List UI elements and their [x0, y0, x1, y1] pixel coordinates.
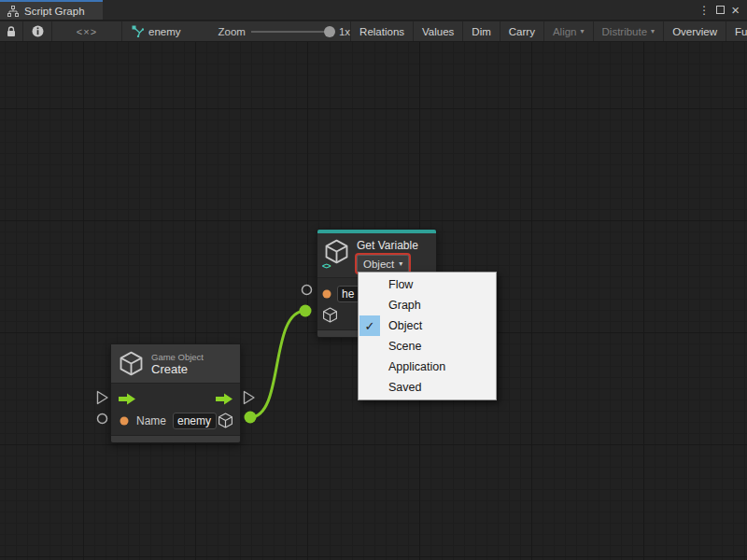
relations-button[interactable]: Relations [351, 21, 413, 41]
menu-item-flow[interactable]: Flow [359, 274, 496, 295]
tab-script-graph[interactable]: Script Graph [0, 0, 103, 20]
menu-item-scene[interactable]: Scene [359, 336, 496, 357]
window-controls: ⋮ × [698, 0, 747, 20]
menu-item-object[interactable]: ✓ Object [359, 315, 496, 336]
maximize-icon[interactable] [716, 6, 725, 14]
chevron-down-icon: ▾ [651, 27, 655, 35]
code-brackets-icon: <> [322, 261, 331, 271]
info-button[interactable] [23, 21, 51, 41]
graph-canvas[interactable]: <> Get Variable Object ▾ [0, 42, 747, 560]
getvariable-name-input-port[interactable] [301, 284, 313, 296]
flow-arrow-icon [215, 393, 233, 405]
name-param-row: Name [111, 410, 240, 431]
script-graph-window: Script Graph ⋮ × <×> [0, 0, 747, 560]
create-flow-output-port[interactable] [243, 390, 256, 405]
align-button[interactable]: Align ▾ [544, 21, 593, 41]
carry-button[interactable]: Carry [500, 21, 543, 41]
gameobject-cube-icon [322, 307, 338, 323]
zoom-slider-track[interactable] [251, 31, 333, 33]
variable-scope-dropdown[interactable]: Object ▾ [357, 255, 409, 273]
node-footer [111, 435, 240, 442]
connection-wire[interactable] [250, 311, 305, 417]
param-label: Name [136, 414, 166, 427]
create-node-header[interactable]: Game Object Create [111, 344, 240, 384]
create-output-port[interactable] [245, 412, 257, 424]
game-object-create-node[interactable]: Game Object Create Name [110, 343, 241, 443]
info-icon [32, 25, 44, 37]
lock-button[interactable] [0, 21, 22, 41]
values-button[interactable]: Values [414, 21, 462, 41]
chevron-down-icon: ▾ [581, 27, 585, 35]
graph-asset-icon [132, 25, 144, 37]
menu-item-application[interactable]: Application [359, 357, 496, 377]
flow-arrow-icon [118, 393, 136, 405]
code-preview-button[interactable]: <×> [52, 21, 121, 41]
gameobject-cube-icon [218, 413, 233, 428]
value-dot-icon [322, 289, 331, 299]
zoom-control: Zoom 1x [190, 21, 351, 41]
graph-toolbar: <×> enemy Zoom 1x Relations [0, 21, 747, 42]
menu-item-graph[interactable]: Graph [359, 295, 496, 315]
create-name-input-port[interactable] [96, 413, 108, 425]
node-type-label: Game Object [151, 352, 204, 362]
value-dot-icon [120, 416, 129, 426]
code-icon: <×> [77, 26, 97, 37]
chevron-down-icon: ▾ [399, 259, 402, 268]
variable-scope-menu: Flow Graph ✓ Object Scene Application Sa… [358, 272, 497, 400]
zoom-value: 1x [339, 26, 350, 37]
graph-breadcrumb[interactable]: enemy [122, 21, 190, 41]
zoom-slider-handle[interactable] [324, 26, 335, 37]
dim-button[interactable]: Dim [463, 21, 499, 41]
window-menu-icon[interactable]: ⋮ [698, 5, 710, 16]
getvariable-object-input-port[interactable] [300, 305, 312, 317]
node-title: Get Variable [357, 239, 418, 252]
menu-item-saved[interactable]: Saved [359, 377, 496, 398]
lock-icon [7, 26, 16, 37]
title-bar: Script Graph ⋮ × [0, 0, 747, 21]
tab-label: Script Graph [24, 6, 85, 17]
create-node-body: Name [111, 384, 240, 435]
graph-name: enemy [148, 26, 181, 37]
fullscreen-button[interactable]: Full Screen [726, 21, 747, 41]
graph-hierarchy-icon [7, 6, 19, 17]
zoom-slider[interactable] [251, 26, 333, 37]
close-icon[interactable]: × [731, 3, 740, 17]
variable-cube-icon: <> [324, 239, 349, 268]
checkmark-icon: ✓ [359, 315, 380, 336]
create-flow-input-port[interactable] [96, 390, 109, 405]
flow-row [111, 388, 240, 410]
zoom-label: Zoom [218, 26, 246, 37]
overview-button[interactable]: Overview [664, 21, 726, 41]
distribute-button[interactable]: Distribute ▾ [594, 21, 664, 41]
gameobject-cube-icon [119, 351, 144, 376]
name-input-field[interactable] [173, 413, 217, 429]
node-title: Create [151, 362, 204, 376]
